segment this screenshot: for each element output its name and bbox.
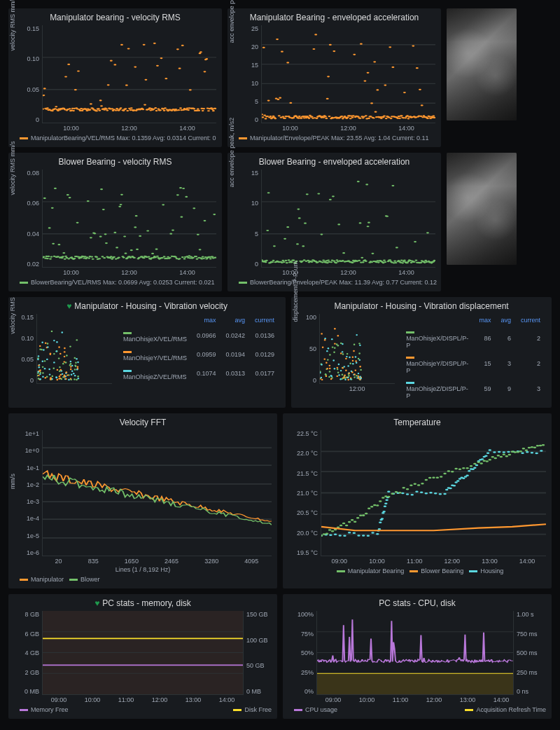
plot-area[interactable] (42, 611, 244, 695)
plot-area[interactable] (36, 314, 112, 384)
y-axis: 100500 (297, 314, 319, 384)
legend-item[interactable]: Disk Free (233, 706, 272, 713)
svg-point-555 (265, 260, 268, 261)
svg-point-121 (156, 65, 159, 67)
plot-area[interactable] (42, 430, 272, 556)
legend-item[interactable]: Blower Bearing (410, 567, 463, 574)
plot-area[interactable] (42, 25, 216, 123)
svg-point-511 (179, 187, 182, 188)
panel-temperature[interactable]: Temperature 22.5 °C22.0 °C21.5 °C21.0 °C… (283, 413, 552, 588)
svg-point-563 (273, 245, 276, 247)
svg-point-120 (155, 110, 158, 111)
svg-point-813 (73, 373, 75, 374)
svg-point-780 (38, 355, 40, 357)
svg-point-985 (339, 535, 342, 537)
x-axis: 10:0012:0014:00 (261, 125, 435, 132)
plot-area[interactable] (316, 611, 514, 695)
svg-point-529 (197, 234, 200, 235)
svg-point-1018 (445, 489, 448, 491)
svg-point-255 (327, 76, 330, 77)
svg-point-1002 (384, 502, 387, 504)
legend-item[interactable]: Manipulator (20, 576, 64, 583)
svg-point-926 (329, 368, 331, 369)
svg-point-352 (421, 104, 424, 106)
svg-point-440 (111, 259, 113, 260)
svg-point-778 (44, 360, 46, 361)
plot-area[interactable] (261, 25, 435, 123)
svg-point-847 (58, 357, 60, 359)
svg-point-1074 (379, 500, 382, 502)
svg-point-996 (379, 522, 382, 524)
svg-point-447 (118, 257, 120, 259)
svg-point-628 (335, 259, 338, 261)
y-axis-left: 100%75%50%25%0% (288, 611, 316, 695)
svg-point-282 (353, 54, 356, 55)
panel-velocity-fft[interactable]: Velocity FFT mm/s 1e+11e+01e-11e-21e-31e… (8, 413, 277, 588)
svg-point-1104 (485, 460, 488, 462)
svg-point-1079 (395, 491, 398, 493)
svg-point-1043 (498, 451, 500, 453)
svg-point-1072 (373, 504, 376, 507)
svg-point-1088 (428, 477, 431, 479)
panel-blower-env-acc[interactable]: Blower Bearing - enveloped acceleration … (227, 153, 441, 291)
svg-point-542 (209, 258, 212, 259)
legend-item[interactable]: Memory Free (20, 706, 69, 713)
panel-housing-vib-vel[interactable]: ♥ Manipulator - Housing - Vibration velo… (8, 297, 286, 408)
panel-title: PC stats - CPU, disk (288, 598, 546, 608)
panel-manipulator-vel-rms[interactable]: Manipulator bearing - velocity RMS veloc… (8, 8, 222, 147)
svg-point-26 (64, 76, 67, 77)
svg-point-753 (44, 368, 46, 369)
svg-point-1048 (521, 452, 524, 454)
svg-point-420 (92, 259, 94, 260)
svg-point-602 (311, 261, 314, 263)
machine-photo-2 (447, 153, 517, 265)
legend-item[interactable]: Manipulator Bearing (337, 567, 405, 574)
svg-point-867 (324, 338, 326, 339)
svg-point-58 (95, 110, 98, 111)
plot-area[interactable] (261, 170, 435, 268)
panel-pc-mem-disk[interactable]: ♥ PC stats - memory, disk 8 GB6 GB4 GB2 … (8, 594, 277, 719)
plot-area[interactable] (42, 170, 216, 268)
svg-point-935 (355, 369, 357, 371)
svg-point-797 (66, 374, 69, 376)
svg-point-207 (281, 51, 284, 53)
svg-point-938 (334, 343, 336, 344)
svg-point-595 (304, 223, 307, 224)
svg-point-789 (61, 331, 63, 333)
svg-point-1109 (500, 456, 503, 458)
svg-point-460 (130, 249, 133, 251)
panel-blower-vel-rms[interactable]: Blower Bearing - velocity RMS velocity R… (8, 153, 222, 291)
svg-point-906 (359, 359, 361, 361)
panel-pc-cpu-disk[interactable]: PC stats - CPU, disk 100%75%50%25%0% 1.0… (283, 594, 552, 719)
legend-item[interactable]: CPU usage (294, 706, 337, 713)
plot-area[interactable] (319, 314, 395, 384)
legend-item[interactable]: Housing (469, 567, 503, 574)
svg-point-771 (68, 379, 70, 380)
svg-point-769 (62, 363, 64, 364)
plot-area[interactable] (321, 430, 546, 556)
svg-point-186 (262, 113, 263, 115)
svg-point-925 (329, 354, 331, 355)
svg-point-1071 (370, 506, 373, 508)
svg-point-953 (352, 357, 354, 358)
svg-point-494 (163, 256, 166, 257)
svg-point-240 (312, 48, 315, 50)
svg-point-147 (181, 45, 184, 46)
x-axis: 09:0010:0011:0012:0013:0014:00 (316, 696, 518, 703)
legend-item[interactable]: Acquisition Refresh Time (465, 706, 546, 713)
svg-point-433 (104, 233, 107, 235)
svg-point-665 (371, 253, 374, 254)
svg-point-680 (386, 216, 388, 217)
svg-point-1069 (365, 513, 368, 515)
panel-housing-vib-disp[interactable]: Manipulator - Housing - Vibration displa… (291, 297, 552, 408)
svg-point-818 (38, 364, 40, 366)
svg-point-828 (47, 346, 49, 347)
panel-manipulator-env-acc[interactable]: Manipulator Bearing - enveloped accelera… (227, 8, 441, 147)
svg-point-428 (99, 236, 102, 237)
svg-point-960 (356, 362, 358, 364)
svg-point-731 (59, 353, 62, 354)
svg-point-1084 (414, 483, 416, 485)
legend-item[interactable]: Blower (69, 576, 100, 583)
svg-point-334 (403, 92, 406, 93)
svg-point-84 (120, 44, 123, 46)
